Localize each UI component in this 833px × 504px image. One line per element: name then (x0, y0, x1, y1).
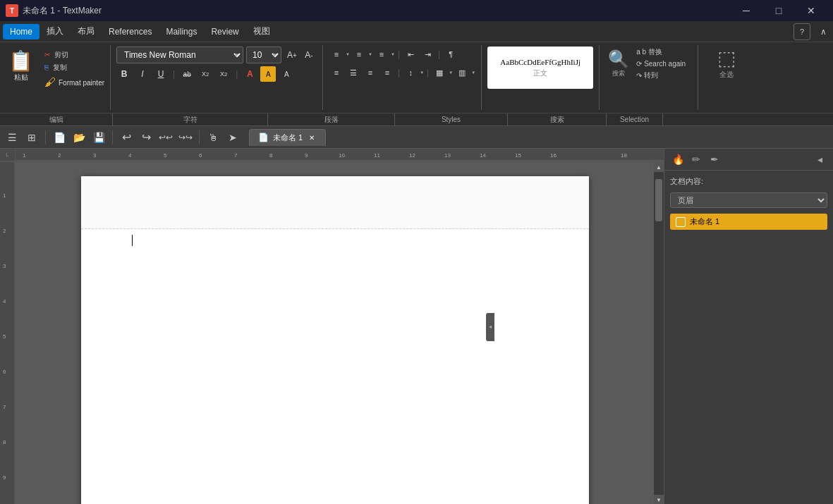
toolbar-separator-2 (112, 130, 113, 145)
align-right-button[interactable]: ≡ (363, 65, 378, 80)
copy-button[interactable]: ⎘ 复制 (42, 62, 107, 73)
vertical-scrollbar[interactable]: ▲ ▼ (654, 162, 664, 504)
svg-text:4: 4 (128, 152, 132, 159)
list-bullet-button[interactable]: ≡ (329, 47, 344, 62)
collapse-button[interactable]: ∧ (816, 25, 830, 39)
tab-close-button[interactable]: ✕ (307, 133, 317, 142)
subscript-button[interactable]: X2 (197, 66, 213, 82)
svg-text:3: 3 (3, 263, 6, 269)
list-number-button[interactable]: ≡ (351, 47, 367, 62)
selection-group: ⬚ 全选 (698, 45, 755, 110)
bold-button[interactable]: B (116, 66, 132, 82)
menu-layout[interactable]: 布局 (71, 23, 102, 40)
ruler-row: L 1 2 3 4 5 6 7 8 9 10 11 12 (0, 149, 664, 162)
page-header (81, 176, 589, 229)
close-button[interactable]: ✕ (795, 0, 827, 21)
decrease-indent-button[interactable]: ⇤ (403, 47, 418, 62)
search-button[interactable]: 🔍 搜索 (605, 48, 632, 80)
panel-dropdown[interactable]: 页眉 (670, 192, 827, 208)
document-canvas[interactable] (16, 162, 654, 504)
maximize-button[interactable]: □ (762, 0, 795, 21)
styles-preview[interactable]: AaBbCcDdEeFfGgHhIiJj 正文 (487, 47, 593, 89)
page-body[interactable] (81, 229, 589, 504)
increase-indent-button[interactable]: ⇥ (420, 47, 435, 62)
align-center-button[interactable]: ☰ (346, 65, 361, 80)
format-painter-button[interactable]: 🖌 Format painter (42, 75, 107, 90)
window-controls[interactable]: ─ □ ✕ (730, 0, 827, 21)
menu-home[interactable]: Home (3, 24, 39, 39)
redo-all-button[interactable]: ↪↪ (176, 128, 195, 147)
help-button[interactable]: ? (794, 23, 810, 40)
line-spacing-button[interactable]: ↕ (403, 65, 418, 80)
cut-button[interactable]: ✂ 剪切 (42, 49, 107, 61)
show-marks-button[interactable]: ¶ (443, 47, 458, 62)
font-name-wrapper: Times New Roman Arial Calibri (116, 47, 243, 63)
open-button[interactable]: 📂 (70, 128, 88, 147)
underline-button[interactable]: U (153, 66, 169, 82)
panel-chevron-button[interactable]: ◂ (812, 152, 827, 167)
superscript-button[interactable]: X2 (216, 66, 231, 82)
mouse-button[interactable]: 🖱 (204, 128, 222, 147)
text-cursor (132, 235, 133, 246)
save-button[interactable]: 💾 (90, 128, 108, 147)
menu-mailings[interactable]: Mailings (159, 24, 204, 39)
list-multi-button[interactable]: ≡ (374, 47, 389, 62)
scroll-track[interactable] (654, 172, 664, 495)
search-again-button[interactable]: ⟳ Search again (635, 59, 687, 68)
grid-button[interactable]: ⊞ (23, 128, 41, 147)
styles-group: AaBbCcDdEeFfGgHhIiJj 正文 (482, 45, 600, 110)
main-area: L 1 2 3 4 5 6 7 8 9 10 11 12 (0, 149, 833, 504)
highlight-button[interactable]: A (260, 66, 276, 82)
font-name-select[interactable]: Times New Roman Arial Calibri (116, 47, 243, 63)
panel-item-0[interactable]: 未命名 1 (670, 214, 827, 230)
select-all-button[interactable]: ⬚ 全选 (717, 47, 736, 80)
minimize-button[interactable]: ─ (730, 0, 762, 21)
align-justify-button[interactable]: ≡ (379, 65, 395, 80)
fire-icon-button[interactable]: 🔥 (670, 152, 686, 167)
replace-button[interactable]: a b 替换 (635, 47, 687, 58)
decrease-font-button[interactable]: A- (301, 47, 317, 63)
font-group: Times New Roman Arial Calibri 10 11 12 1… (111, 45, 323, 110)
document-page[interactable] (81, 176, 589, 504)
menu-review[interactable]: Review (204, 24, 245, 39)
menu-icon-button[interactable]: ☰ (3, 128, 21, 147)
ribbon: 📋 粘贴 ✂ 剪切 ⎘ 复制 🖌 Format painter (0, 42, 833, 126)
panel-content-label: 文档内容: (670, 176, 827, 187)
undo-all-button[interactable]: ↩↩ (157, 128, 175, 147)
svg-text:6: 6 (3, 369, 6, 375)
goto-button[interactable]: ↷ 转到 (635, 70, 687, 81)
svg-text:12: 12 (409, 152, 415, 159)
redo-button[interactable]: ↪ (137, 128, 155, 147)
border-button[interactable]: ▦ (432, 65, 447, 80)
document-tab[interactable]: 📄 未命名 1 ✕ (249, 129, 326, 146)
align-left-button[interactable]: ≡ (329, 65, 344, 80)
font-size-select[interactable]: 10 11 12 14 (246, 47, 281, 63)
undo-button[interactable]: ↩ (117, 128, 135, 147)
font-color-button[interactable]: A (242, 66, 257, 82)
menu-references[interactable]: References (102, 24, 159, 39)
menu-view[interactable]: 视图 (246, 23, 277, 40)
new-button[interactable]: 📄 (50, 128, 68, 147)
pen-icon-button[interactable]: ✒ (707, 152, 722, 167)
edit-icon-button[interactable]: ✏ (688, 152, 704, 167)
italic-button[interactable]: I (135, 66, 150, 82)
clear-format-button[interactable]: A (279, 66, 294, 82)
scroll-thumb[interactable] (655, 179, 662, 221)
svg-text:11: 11 (374, 152, 380, 159)
menu-insert[interactable]: 插入 (39, 23, 71, 40)
scroll-down-button[interactable]: ▼ (654, 495, 664, 504)
item-checkbox-0[interactable] (676, 217, 686, 227)
paste-button[interactable]: 📋 粘贴 (3, 47, 39, 109)
pointer-button[interactable]: ➤ (224, 128, 242, 147)
menu-bar: Home 插入 布局 References Mailings Review 视图… (0, 21, 833, 42)
ribbon-labels: 编辑 字符 段落 Styles 搜索 Selection (0, 113, 833, 125)
strikethrough-button[interactable]: ab (179, 66, 195, 82)
clipboard-sub: ✂ 剪切 ⎘ 复制 🖌 Format painter (42, 47, 107, 109)
panel-expand-button[interactable]: ◂ (486, 313, 494, 341)
increase-font-button[interactable]: A+ (284, 47, 300, 63)
app-icon: T (6, 4, 18, 17)
shading-button[interactable]: ▥ (454, 65, 470, 80)
scroll-up-button[interactable]: ▲ (654, 162, 664, 172)
styles-label: Styles (395, 113, 508, 125)
menu-bar-right: ? ∧ (794, 23, 830, 40)
